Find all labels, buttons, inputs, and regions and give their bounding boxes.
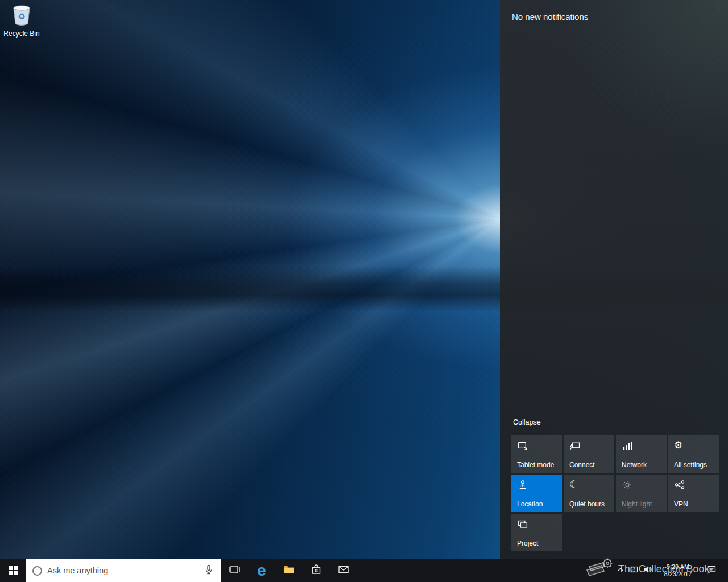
tile-label: Tablet mode [517, 461, 559, 469]
quick-action-connect[interactable]: Connect [564, 435, 614, 473]
project-icon [517, 518, 528, 530]
tile-label: Project [517, 539, 559, 547]
quick-action-project[interactable]: Project [511, 514, 562, 551]
night-light-sun-icon [622, 479, 633, 490]
task-view-button[interactable] [221, 559, 248, 582]
svg-text:♻: ♻ [18, 11, 25, 21]
action-center-panel: No new notifications Collapse Tablet mod… [500, 0, 728, 559]
system-tray: 9:29 AM 8/23/2017 [614, 559, 728, 582]
start-button[interactable] [0, 559, 26, 582]
action-center-icon [706, 564, 717, 577]
windows-desktop: ♻ Recycle Bin No new notifications Colla… [0, 0, 728, 582]
notifications-status-text: No new notifications [500, 0, 728, 22]
clock-date: 8/23/2017 [655, 571, 701, 578]
tile-label: Night light [622, 500, 663, 508]
store-icon [309, 563, 323, 579]
tablet-mode-icon [517, 440, 528, 451]
windows-logo-icon [9, 566, 18, 575]
recycle-bin-label: Recycle Bin [1, 30, 42, 38]
file-explorer-button[interactable] [275, 559, 303, 582]
quick-actions-section: Collapse Tablet mode [511, 417, 719, 551]
tile-label: All settings [674, 461, 715, 469]
tile-label: Quiet hours [569, 500, 611, 508]
tile-label: Network [622, 461, 663, 469]
edge-icon: e [257, 563, 266, 579]
touch-keyboard-icon [628, 564, 639, 577]
mail-button[interactable] [330, 559, 357, 582]
quick-action-tiles: Tablet mode Connect [511, 435, 719, 551]
task-view-icon [228, 563, 241, 579]
touch-keyboard-button[interactable] [627, 559, 640, 582]
cortana-search-box[interactable] [26, 559, 221, 582]
quick-action-all-settings[interactable]: ⚙ All settings [668, 435, 719, 473]
action-center-button[interactable] [701, 559, 722, 582]
taskbar-clock[interactable]: 9:29 AM 8/23/2017 [655, 563, 701, 578]
quick-action-night-light[interactable]: Night light [616, 475, 667, 512]
connect-icon [569, 440, 581, 451]
tile-label: Location [517, 500, 559, 508]
recycle-bin-icon[interactable]: ♻ Recycle Bin [1, 3, 42, 38]
quick-action-network[interactable]: Network [616, 435, 667, 473]
microphone-icon[interactable] [203, 564, 214, 577]
settings-gear-icon: ⚙ [674, 440, 715, 451]
edge-button[interactable]: e [248, 559, 275, 582]
location-icon [517, 479, 528, 490]
trash-can-icon: ♻ [11, 18, 32, 28]
tray-expand-button[interactable] [614, 559, 627, 582]
chevron-up-icon [616, 565, 625, 576]
volume-icon [642, 564, 653, 577]
quick-action-location[interactable]: Location [511, 475, 562, 512]
vpn-icon [674, 479, 685, 490]
taskbar: e [0, 559, 728, 582]
tile-label: VPN [674, 500, 715, 508]
clock-time: 9:29 AM [655, 563, 701, 571]
search-input[interactable] [47, 566, 197, 575]
quick-action-tablet-mode[interactable]: Tablet mode [511, 435, 562, 473]
quick-action-vpn[interactable]: VPN [668, 475, 719, 512]
quick-action-quiet-hours[interactable]: ☾ Quiet hours [564, 475, 614, 512]
quiet-hours-moon-icon: ☾ [569, 479, 611, 490]
cortana-icon [32, 566, 42, 576]
file-explorer-icon [282, 563, 296, 579]
volume-button[interactable] [640, 559, 655, 582]
network-icon [622, 440, 633, 451]
collapse-link[interactable]: Collapse [513, 418, 541, 426]
mail-icon [337, 563, 350, 579]
store-button[interactable] [303, 559, 330, 582]
tile-label: Connect [569, 461, 611, 469]
